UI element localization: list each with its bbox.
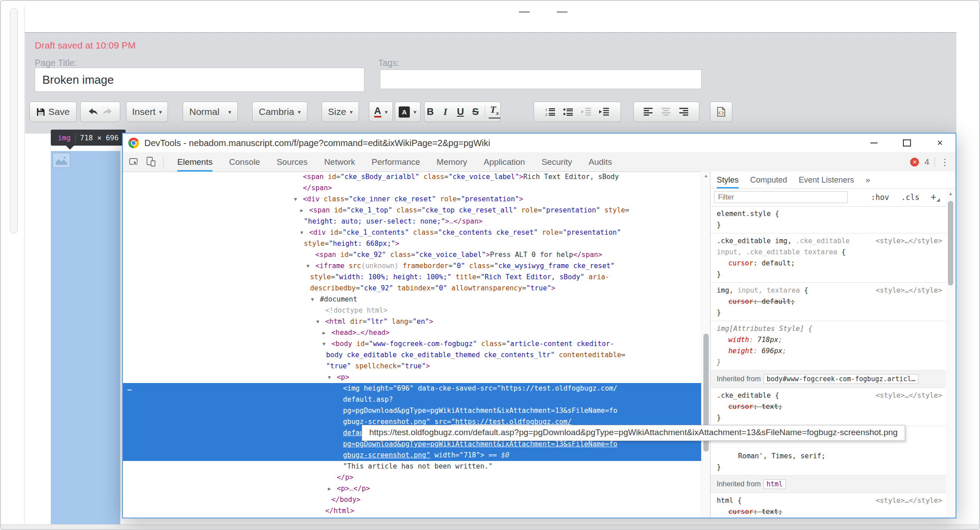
background-color-button[interactable]: A ▾ [395, 102, 421, 122]
scrollbar-thumb[interactable] [948, 201, 953, 285]
collapse-arrow-icon[interactable]: ▼ [316, 316, 319, 327]
tree-row[interactable]: ▼#document [123, 294, 710, 305]
tab-audits[interactable]: Audits [588, 152, 612, 171]
align-center-icon[interactable] [662, 107, 671, 116]
collapse-arrow-icon[interactable]: ▼ [306, 261, 310, 272]
tree-row[interactable]: "This article has not been written." [123, 461, 710, 472]
tree-row[interactable]: ▶<p>…</p> [123, 483, 710, 494]
tree-row-selected[interactable]: gbugz-screenshot.png" width="718"> == $0 [123, 450, 710, 461]
tree-row[interactable]: </p> [123, 472, 710, 483]
tree-row[interactable]: body cke_editable cke_editable_themed ck… [123, 350, 710, 361]
tree-row[interactable]: ▼<iframe src(unknown) frameborder="0" cl… [123, 261, 710, 272]
text-color-button[interactable]: A ▾ [369, 102, 393, 122]
collapse-arrow-icon[interactable]: ▼ [294, 194, 297, 205]
styles-filter-input[interactable] [714, 191, 848, 203]
tree-row[interactable]: style="height: 668px;"> [123, 238, 710, 249]
styles-tab-computed[interactable]: Computed [750, 171, 787, 188]
tab-elements[interactable]: Elements [177, 152, 212, 171]
css-property[interactable]: cursor: default; [717, 296, 941, 307]
scroll-up-arrow-icon[interactable]: ▲ [947, 191, 955, 196]
tree-row[interactable]: "true" spellcheck="true"> [123, 361, 710, 372]
collapse-arrow-icon[interactable]: ▼ [323, 338, 326, 350]
remove-format-button[interactable]: Tx [489, 105, 500, 118]
style-rule[interactable]: element.style {} [710, 206, 946, 233]
tree-row[interactable]: </body> [123, 494, 710, 506]
expand-arrow-icon[interactable]: ▶ [300, 205, 303, 216]
underline-button[interactable]: U [455, 106, 466, 118]
undo-redo-group[interactable] [80, 102, 120, 122]
tree-row[interactable]: describedby="cke_92" tabindex="0" allowt… [123, 283, 710, 294]
source-button[interactable] [710, 102, 732, 122]
tree-row[interactable]: style="width: 100%; height: 100%;" title… [123, 272, 710, 283]
error-badge-icon[interactable]: ✕ [910, 158, 919, 167]
tab-security[interactable]: Security [542, 152, 572, 171]
tree-row[interactable]: </html> [123, 506, 710, 517]
outdent-icon[interactable] [581, 107, 592, 116]
style-rule[interactable]: img[Attributes Style] {width: 718px;heig… [710, 321, 946, 371]
css-property[interactable]: width: 718px; [717, 334, 941, 346]
redo-icon[interactable] [102, 108, 112, 115]
collapse-arrow-icon[interactable]: ▼ [311, 294, 314, 305]
align-left-icon[interactable] [644, 107, 653, 116]
styles-scrollbar[interactable]: ▲ [947, 189, 955, 517]
minimize-button[interactable] [869, 138, 879, 148]
tree-row-selected[interactable]: default.asp? [123, 394, 710, 405]
paragraph-format-dropdown[interactable]: Normal ▾ [183, 102, 238, 122]
page-title-input[interactable] [35, 68, 364, 92]
tree-row-selected[interactable]: pg=pgDownload&pgType=pgWikiAttachment&ix… [123, 405, 710, 416]
tree-row[interactable]: <span id="cke_92" class="cke_voice_label… [123, 249, 710, 261]
tab-application[interactable]: Application [484, 152, 525, 171]
style-rule[interactable]: <style>…</style>.cke_editable {cursor: t… [710, 388, 946, 426]
tree-row[interactable]: ▼<div id="cke_1_contents" class="cke_con… [123, 227, 710, 238]
tree-row[interactable]: ▼<p> [123, 372, 710, 383]
tab-console[interactable]: Console [229, 152, 260, 171]
numbered-list-icon[interactable]: 12 [545, 107, 556, 116]
expand-arrow-icon[interactable]: ▶ [323, 327, 326, 338]
elements-scrollbar[interactable]: ▲ [701, 171, 710, 518]
tree-row-selected[interactable]: …<img height="696" data-cke-saved-src="h… [123, 383, 710, 394]
insert-dropdown[interactable]: Insert ▾ [126, 102, 168, 122]
tree-row[interactable]: ▶<head>…</head> [123, 327, 710, 338]
tab-performance[interactable]: Performance [372, 152, 420, 171]
rule-origin-stylesheet[interactable]: <style>…</style> [876, 285, 942, 296]
strikethrough-button[interactable]: S [470, 106, 482, 118]
save-button[interactable]: Save [29, 102, 77, 122]
undo-icon[interactable] [89, 108, 98, 115]
rule-origin-stylesheet[interactable]: <style>…</style> [876, 495, 942, 506]
tree-row[interactable]: ▶<span id="cke_1_top" class="cke_top cke… [123, 205, 710, 216]
styles-tab-styles[interactable]: Styles [717, 171, 739, 188]
italic-button[interactable]: I [440, 106, 451, 118]
overflow-chevron-icon[interactable]: » [866, 171, 870, 188]
collapse-arrow-icon[interactable]: ▼ [300, 227, 303, 238]
css-property[interactable]: cursor: text; [717, 506, 941, 518]
size-dropdown[interactable]: Size ▾ [322, 102, 359, 122]
tree-row[interactable]: </span> [123, 183, 710, 194]
tree-row[interactable]: ▼<body id="www-fogcreek-com-fogbugz" cla… [123, 338, 710, 350]
styles-tab-event-listeners[interactable]: Event Listeners [799, 171, 854, 188]
align-right-icon[interactable] [679, 107, 689, 116]
tab-memory[interactable]: Memory [437, 152, 467, 171]
collapse-arrow-icon[interactable]: ▼ [328, 372, 331, 383]
tree-row[interactable]: </iframe> [123, 517, 710, 518]
inherited-from-target[interactable]: html [764, 479, 786, 489]
kebab-menu-icon[interactable]: ⋮ [940, 157, 949, 167]
indent-icon[interactable] [599, 107, 609, 116]
pseudo-state-toggle[interactable]: :hov [871, 188, 889, 206]
devtools-titlebar[interactable]: DevTools - nebadom.manuscript.com/f/page… [123, 134, 956, 152]
tab-sources[interactable]: Sources [277, 152, 308, 171]
inspect-element-icon[interactable] [129, 157, 139, 167]
tree-row[interactable]: <span id="cke_sBody_arialbl" class="cke_… [123, 171, 710, 183]
css-property[interactable]: cursor: default; [717, 258, 941, 269]
tree-row[interactable]: ▼<html dir="ltr" lang="en"> [123, 316, 710, 327]
scroll-up-arrow-icon[interactable]: ▲ [702, 173, 710, 178]
close-button[interactable]: × [935, 138, 945, 148]
css-property[interactable]: height: 696px; [717, 346, 941, 357]
tab-network[interactable]: Network [324, 152, 355, 171]
style-rule[interactable]: <style>…</style>.cke_editable img, .cke_… [710, 233, 946, 283]
device-toolbar-icon[interactable] [146, 157, 156, 167]
bullet-list-icon[interactable] [563, 107, 574, 116]
tags-input[interactable] [380, 69, 702, 89]
class-toggle[interactable]: .cls [901, 188, 919, 206]
rule-origin-stylesheet[interactable]: <style>…</style> [876, 390, 942, 401]
bold-button[interactable]: B [425, 106, 436, 118]
